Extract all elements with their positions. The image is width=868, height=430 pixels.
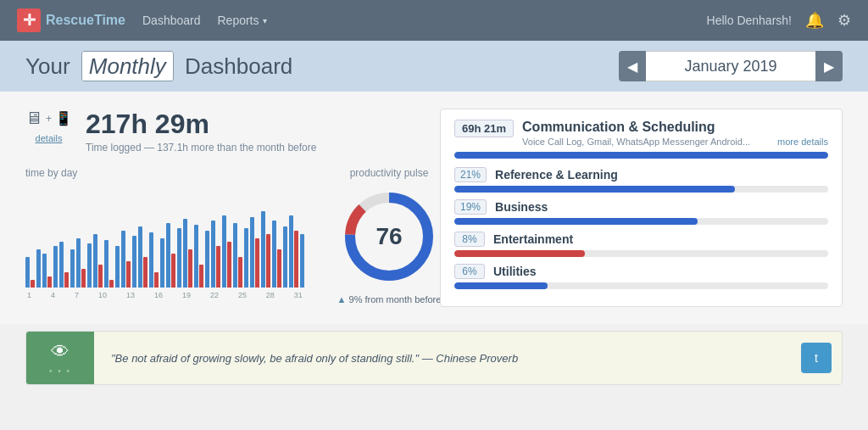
logo-text: RescueTime: [46, 13, 125, 28]
bar-blue: [121, 231, 125, 288]
cat2-name: Business: [495, 200, 548, 214]
bar-blue: [87, 243, 92, 288]
bar-red: [227, 242, 231, 288]
x-axis-label: 4: [51, 291, 55, 299]
quote-text: "Be not afraid of growing slowly, be afr…: [94, 352, 801, 365]
time-subtext: Time logged — 137.1h more than the month…: [86, 142, 316, 154]
details-link[interactable]: details: [36, 133, 63, 143]
x-axis-label: 19: [182, 291, 191, 299]
phone-icon: 📱: [55, 110, 72, 126]
pulse-footnote: ▲ 9% from month before: [321, 294, 457, 304]
bar-red: [238, 257, 242, 288]
bar-group: [250, 217, 259, 288]
bar-blue: [115, 246, 120, 288]
pulse-arrow-icon: ▲: [337, 294, 347, 304]
logo[interactable]: ✛ RescueTime: [17, 8, 125, 32]
bar-group: [166, 223, 175, 288]
bar-group: [272, 221, 281, 288]
bar-red: [277, 249, 281, 288]
x-axis-label: 13: [126, 291, 135, 299]
x-axis-label: 22: [210, 291, 219, 299]
bar-red: [266, 234, 270, 288]
nav-reports[interactable]: Reports ▾: [217, 14, 266, 27]
bar-blue: [25, 257, 30, 288]
top-category-bar-fill: [454, 152, 828, 159]
twitter-share-button[interactable]: t: [801, 343, 832, 373]
cat3-name: Entertainment: [493, 232, 573, 246]
device-icons: 🖥 + 📱: [25, 109, 72, 128]
bar-blue: [138, 226, 142, 288]
bar-blue: [244, 228, 248, 288]
more-details-link[interactable]: more details: [777, 137, 828, 147]
cat3-pct: 8%: [454, 232, 485, 247]
bar-group: [59, 242, 69, 288]
bar-blue: [300, 234, 304, 288]
charts-row: time by day 1471013161922252831 producti…: [25, 167, 423, 304]
cat1-pct: 21%: [454, 167, 487, 182]
tools-icon[interactable]: ⚙: [837, 11, 851, 30]
category-row-4: 6% Utilities: [454, 264, 828, 289]
bar-red: [199, 265, 203, 288]
bar-group: [261, 211, 270, 288]
bar-blue: [194, 225, 198, 288]
bar-blue: [59, 242, 64, 288]
x-axis-label: 10: [98, 291, 107, 299]
bar-red: [109, 280, 114, 288]
bar-red: [98, 265, 103, 288]
bar-blue: [205, 231, 209, 288]
plus-icon: +: [46, 113, 52, 125]
bar-red: [31, 280, 35, 288]
donut-chart: 76: [338, 186, 440, 288]
bar-group: [53, 246, 58, 288]
next-month-button[interactable]: ▶: [815, 51, 843, 81]
bar-red: [64, 272, 69, 288]
bar-group: [283, 226, 287, 288]
bar-blue: [183, 219, 187, 288]
time-info: 217h 29m Time logged — 137.1h more than …: [86, 109, 316, 154]
top-category-info: Communication & Scheduling Voice Call Lo…: [522, 120, 828, 147]
bar-group: [244, 228, 248, 288]
bar-group: [300, 234, 304, 288]
monitor-icon: 🖥: [25, 109, 42, 128]
bar-group: [149, 232, 159, 288]
pulse-score: 76: [376, 223, 402, 250]
bar-blue: [250, 217, 254, 288]
pulse-label: productivity pulse: [321, 167, 457, 179]
bar-red: [171, 254, 175, 288]
cat4-bar: [454, 282, 828, 289]
category-row-2: 19% Business: [454, 199, 828, 225]
bar-group: [104, 240, 114, 288]
bar-group: [138, 226, 147, 288]
bar-red: [188, 249, 192, 288]
eye-icon: 👁: [51, 341, 70, 363]
period-selector[interactable]: Monthly: [81, 51, 174, 81]
nav-dashboard[interactable]: Dashboard: [142, 14, 201, 27]
category-row-1: 21% Reference & Learning: [454, 167, 828, 193]
current-date-label: January 2019: [646, 51, 815, 81]
bar-blue: [160, 238, 164, 288]
bar-blue: [233, 223, 237, 288]
prev-month-button[interactable]: ◀: [619, 51, 646, 81]
bar-group: [25, 257, 35, 288]
bar-group: [76, 238, 86, 288]
cat4-name: Utilities: [493, 265, 537, 278]
bar-group: [205, 231, 209, 288]
bar-blue: [104, 240, 108, 288]
bar-group: [222, 215, 231, 288]
cat2-pct: 19%: [454, 199, 487, 215]
bar-red: [47, 276, 52, 288]
bar-red: [126, 261, 131, 288]
bar-blue: [261, 211, 265, 288]
bar-group: [132, 236, 136, 288]
header-title: Your Monthly Dashboard: [25, 53, 292, 80]
cat2-bar: [454, 218, 828, 225]
top-category-name: Communication & Scheduling: [522, 120, 828, 135]
bar-group: [87, 243, 92, 288]
bar-chart: [25, 186, 304, 288]
bar-group: [177, 228, 181, 288]
bar-red: [154, 272, 159, 288]
bar-blue: [70, 249, 75, 288]
x-axis-label: 7: [75, 291, 79, 299]
total-time: 217h 29m: [86, 109, 316, 140]
bell-icon[interactable]: 🔔: [805, 11, 824, 30]
